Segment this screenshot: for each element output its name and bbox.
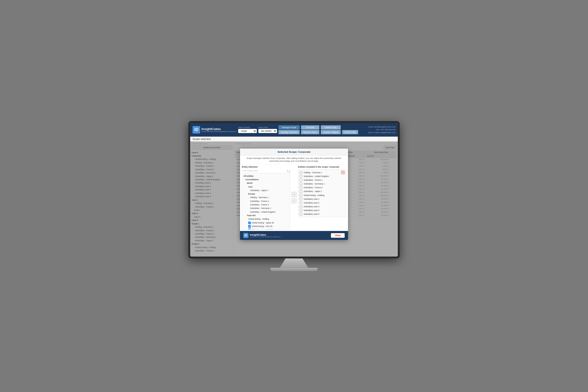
btn-group-2: Calculate Remove zeros bbox=[301, 125, 319, 134]
entity-item-sub-germany-1: Subsidiary - Germany 1 bbox=[300, 182, 344, 186]
entity-checkbox-sub-case-4[interactable] bbox=[300, 209, 302, 212]
sub-header: Scope selection bbox=[190, 136, 398, 142]
entity-list-panel[interactable]: Holding - Germany 1 ⚙ Subsidiary - Unite… bbox=[298, 170, 346, 217]
entity-item-sub-case-1: Subsidiary case 1 bbox=[300, 197, 344, 201]
entity-tree[interactable]: All entities Consolidation World Asia Su… bbox=[242, 173, 290, 230]
prepare-staging-button[interactable]: Prepare Staging bbox=[321, 130, 341, 134]
select-date-label: Select Date bbox=[258, 126, 277, 128]
header: iD InsightCubes CORPORATE PERFORMANCE IN… bbox=[190, 123, 398, 136]
entity-checkbox-global-holding[interactable] bbox=[300, 194, 302, 196]
monitor-base bbox=[271, 268, 317, 271]
btn-group-1: Manage Scope Manage Versions bbox=[279, 125, 300, 134]
revert-data-button[interactable]: Revert Data bbox=[342, 130, 358, 134]
manage-versions-button[interactable]: Manage Versions bbox=[279, 130, 300, 134]
select-version-group: Select Version Actual bbox=[238, 126, 257, 133]
modal-footer: iD InsightCubes CORPORATE PERFORMANCE IN… bbox=[240, 231, 348, 240]
tree-global-holding[interactable]: Global testing - Holding bbox=[244, 217, 288, 221]
tree-world[interactable]: World bbox=[244, 182, 288, 185]
scope-selection-title: Scope selection bbox=[193, 138, 211, 140]
footer-logo-text: InsightCubes bbox=[250, 233, 281, 236]
entities-in-scope-title: Entities included in the scope: Corporat… bbox=[298, 166, 346, 168]
monitor: iD InsightCubes CORPORATE PERFORMANCE IN… bbox=[188, 121, 400, 271]
select-version-dropdown[interactable]: Actual bbox=[238, 129, 257, 133]
entity-item-sub-case-4: Subsidiary case 4 bbox=[300, 208, 344, 212]
logo-text: InsightCubes bbox=[202, 127, 237, 131]
modal-close-button[interactable]: Close bbox=[331, 233, 345, 238]
logo-icon: iD bbox=[193, 126, 200, 134]
btn-group-4: Revert Data bbox=[342, 125, 358, 134]
entity-item-sub-france-2: Subsidiary - France 2 bbox=[300, 186, 344, 190]
entity-checkbox-sub-germany-1[interactable] bbox=[300, 182, 302, 185]
calculate-button[interactable]: Calculate bbox=[301, 125, 319, 130]
tree-global-ksa-30[interactable]: Global testing - KSA 30 bbox=[244, 225, 288, 228]
entity-settings-icon[interactable]: ⚙ bbox=[341, 171, 344, 174]
entity-checkbox-sub-japan-1[interactable] bbox=[300, 190, 302, 193]
footer-logo-subtitle: CORPORATE PERFORMANCE INSIGHTS bbox=[250, 236, 281, 238]
tree-all-entities[interactable]: All entities bbox=[244, 174, 288, 178]
entity-checkbox-sub-case-5[interactable] bbox=[300, 213, 302, 216]
entity-selection-panel: Entity Selection © 2022 Insight Cubes Al… bbox=[242, 166, 290, 230]
tree-sub-france-1[interactable]: Subsidiary - France 1 bbox=[244, 200, 288, 203]
toolbar: Select Version Actual Select Date Dec (2… bbox=[237, 125, 368, 134]
monitor-screen: iD InsightCubes CORPORATE PERFORMANCE IN… bbox=[188, 121, 400, 258]
tree-subsidiary-japan[interactable]: Subsidiary - Japan 1 bbox=[244, 189, 288, 192]
entity-item-holding-germany: Holding - Germany 1 ⚙ bbox=[300, 171, 344, 174]
monitor-stand bbox=[280, 258, 308, 268]
scope-manager-modal: Selected Scope: Corporate Scope Manager … bbox=[240, 148, 348, 240]
contact-info: Email: SAC@InsightCubes.Com Call: +971 5… bbox=[368, 126, 395, 134]
entity-checkbox-sub-case-3[interactable] bbox=[300, 206, 302, 208]
modal-footer-logo: iD InsightCubes CORPORATE PERFORMANCE IN… bbox=[243, 233, 281, 238]
app: iD InsightCubes CORPORATE PERFORMANCE IN… bbox=[190, 123, 398, 256]
entity-item-sub-case-5: Subsidiary case 5 bbox=[300, 212, 344, 216]
entity-checkbox-holding-germany[interactable] bbox=[300, 171, 302, 174]
tree-total-apj[interactable]: Total APJ bbox=[244, 214, 288, 217]
modal-panel-arrows: › ‹ bbox=[290, 166, 298, 230]
remove-zeros-button[interactable]: Remove zeros bbox=[301, 130, 319, 134]
modal-title: Selected Scope: Corporate bbox=[240, 148, 348, 156]
entity-item-sub-france-1: Subsidiary - France 1 bbox=[300, 178, 344, 182]
footer-logo-icon: iD bbox=[243, 233, 248, 238]
tree-sub-uk[interactable]: Subsidiary - United Kingdom bbox=[244, 210, 288, 214]
tree-sub-france-2[interactable]: Subsidiary - France 2 bbox=[244, 203, 288, 206]
logo-area: iD InsightCubes CORPORATE PERFORMANCE IN… bbox=[193, 126, 237, 134]
entities-in-scope-panel: Entities included in the scope: Corporat… bbox=[298, 166, 346, 230]
modal-copyright: © 2022 Insight Cubes bbox=[242, 170, 290, 172]
screen-inner: iD InsightCubes CORPORATE PERFORMANCE IN… bbox=[190, 123, 398, 256]
entity-checkbox-sub-uk[interactable] bbox=[300, 175, 302, 178]
move-right-button[interactable]: › bbox=[291, 192, 297, 197]
main-content: © 2022 Insight Cubes Add/Remove Entities… bbox=[190, 142, 398, 256]
tree-sub-germany-1[interactable]: Subsidiary - Germany 1 bbox=[244, 206, 288, 210]
tree-europe[interactable]: Europe bbox=[244, 192, 288, 196]
refresh-icon[interactable] bbox=[287, 170, 290, 172]
manage-scope-button[interactable]: Manage Scope bbox=[279, 125, 300, 130]
select-date-dropdown[interactable]: Dec (2020) bbox=[258, 129, 277, 133]
entity-item-sub-japan-1: Subsidiary - Japan 1 bbox=[300, 190, 344, 193]
entity-checkbox-sub-france-1[interactable] bbox=[300, 179, 302, 182]
footer-logo-text-group: InsightCubes CORPORATE PERFORMANCE INSIG… bbox=[250, 233, 281, 238]
entity-checkbox-sub-france-2[interactable] bbox=[300, 186, 302, 189]
tree-asia[interactable]: Asia bbox=[244, 185, 288, 189]
publish-data-button[interactable]: Publish Data bbox=[321, 125, 341, 130]
select-date-group: Select Date Dec (2020) bbox=[258, 126, 277, 133]
btn-group-3: Publish Data Prepare Staging bbox=[321, 125, 341, 134]
tree-holding-germany[interactable]: Holding - Germany 1 bbox=[244, 196, 288, 199]
tree-consolidation[interactable]: Consolidation bbox=[244, 178, 288, 182]
entity-item-sub-uk: Subsidiary - United Kingdom bbox=[300, 174, 344, 178]
modal-description: Scope Manager interface from Corporate. … bbox=[240, 156, 348, 164]
tree-global-uae-40[interactable]: Global testing - UAE 40 bbox=[244, 228, 288, 230]
tree-global-japan-40[interactable]: Global testing - Japan 40 bbox=[244, 221, 288, 225]
entity-item-sub-case-2: Subsidiary case 2 bbox=[300, 201, 344, 205]
entity-checkbox-sub-case-2[interactable] bbox=[300, 202, 302, 204]
entity-item-sub-case-3: Subsidiary case 3 bbox=[300, 205, 344, 208]
modal-overlay: Selected Scope: Corporate Scope Manager … bbox=[190, 142, 398, 256]
select-version-label: Select Version bbox=[238, 126, 257, 128]
modal-panels: Entity Selection © 2022 Insight Cubes Al… bbox=[240, 164, 348, 231]
entity-item-global-holding: Global testing - Holding bbox=[300, 194, 344, 197]
entity-checkbox-sub-case-1[interactable] bbox=[300, 198, 302, 200]
move-left-button[interactable]: ‹ bbox=[291, 198, 297, 204]
logo-text-group: InsightCubes CORPORATE PERFORMANCE INSIG… bbox=[202, 127, 237, 132]
logo-subtitle: CORPORATE PERFORMANCE INSIGHTS bbox=[202, 131, 237, 132]
entity-selection-title: Entity Selection bbox=[242, 166, 290, 168]
